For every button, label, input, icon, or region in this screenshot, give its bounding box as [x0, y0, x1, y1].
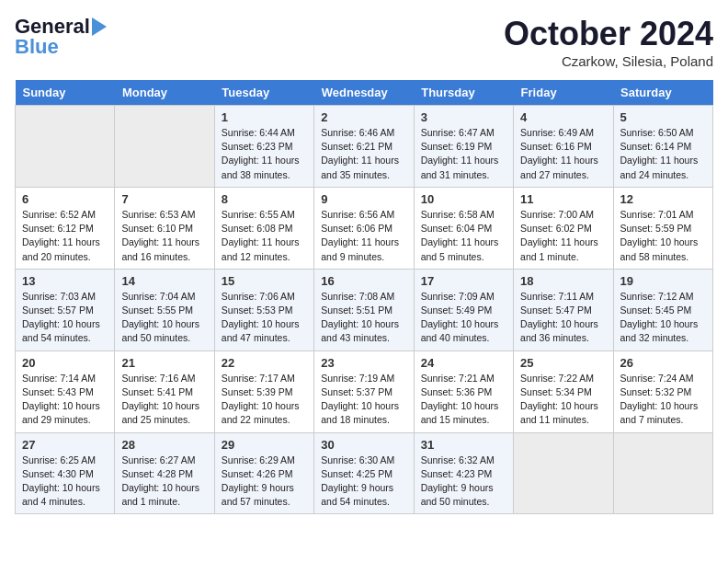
- calendar-cell: 5Sunrise: 6:50 AM Sunset: 6:14 PM Daylig…: [613, 106, 712, 188]
- day-info: Sunrise: 6:30 AM Sunset: 4:25 PM Dayligh…: [321, 454, 406, 510]
- calendar-cell: 11Sunrise: 7:00 AM Sunset: 6:02 PM Dayli…: [514, 187, 613, 269]
- day-number: 21: [121, 356, 207, 370]
- calendar-cell: 24Sunrise: 7:21 AM Sunset: 5:36 PM Dayli…: [414, 350, 513, 432]
- calendar-cell: [115, 106, 214, 188]
- calendar-cell: 20Sunrise: 7:14 AM Sunset: 5:43 PM Dayli…: [16, 350, 115, 432]
- day-number: 4: [520, 110, 606, 124]
- day-number: 3: [421, 110, 506, 124]
- day-number: 18: [520, 274, 606, 288]
- day-info: Sunrise: 7:21 AM Sunset: 5:36 PM Dayligh…: [421, 372, 506, 428]
- day-info: Sunrise: 6:49 AM Sunset: 6:16 PM Dayligh…: [520, 126, 606, 182]
- day-info: Sunrise: 6:55 AM Sunset: 6:08 PM Dayligh…: [222, 208, 307, 264]
- day-number: 19: [620, 274, 706, 288]
- day-number: 9: [321, 192, 406, 206]
- weekday-header-sunday: Sunday: [16, 80, 115, 106]
- calendar-cell: 18Sunrise: 7:11 AM Sunset: 5:47 PM Dayli…: [514, 269, 613, 350]
- day-number: 17: [421, 274, 506, 288]
- calendar-cell: 17Sunrise: 7:09 AM Sunset: 5:49 PM Dayli…: [414, 269, 513, 350]
- day-number: 15: [222, 274, 307, 288]
- day-info: Sunrise: 6:50 AM Sunset: 6:14 PM Dayligh…: [620, 126, 706, 182]
- weekday-header-wednesday: Wednesday: [314, 80, 414, 106]
- day-number: 20: [22, 356, 108, 370]
- month-title: October 2024: [504, 15, 713, 53]
- day-info: Sunrise: 6:53 AM Sunset: 6:10 PM Dayligh…: [121, 208, 207, 264]
- day-info: Sunrise: 6:27 AM Sunset: 4:28 PM Dayligh…: [121, 454, 207, 510]
- day-info: Sunrise: 7:01 AM Sunset: 5:59 PM Dayligh…: [620, 208, 706, 264]
- day-number: 25: [520, 356, 606, 370]
- day-info: Sunrise: 6:47 AM Sunset: 6:19 PM Dayligh…: [421, 126, 506, 182]
- calendar-cell: [514, 432, 613, 514]
- day-info: Sunrise: 7:17 AM Sunset: 5:39 PM Dayligh…: [222, 372, 307, 428]
- day-info: Sunrise: 7:24 AM Sunset: 5:32 PM Dayligh…: [620, 372, 706, 428]
- weekday-header-monday: Monday: [115, 80, 214, 106]
- location: Czarkow, Silesia, Poland: [504, 53, 713, 69]
- calendar-cell: 23Sunrise: 7:19 AM Sunset: 5:37 PM Dayli…: [314, 350, 414, 432]
- calendar-cell: 14Sunrise: 7:04 AM Sunset: 5:55 PM Dayli…: [115, 269, 214, 350]
- calendar-cell: 22Sunrise: 7:17 AM Sunset: 5:39 PM Dayli…: [214, 350, 313, 432]
- calendar-cell: [16, 106, 115, 188]
- calendar-cell: 13Sunrise: 7:03 AM Sunset: 5:57 PM Dayli…: [16, 269, 115, 350]
- calendar-cell: 1Sunrise: 6:44 AM Sunset: 6:23 PM Daylig…: [214, 106, 313, 188]
- weekday-header-thursday: Thursday: [414, 80, 513, 106]
- day-info: Sunrise: 7:04 AM Sunset: 5:55 PM Dayligh…: [121, 290, 207, 346]
- calendar-cell: [613, 432, 712, 514]
- day-info: Sunrise: 6:56 AM Sunset: 6:06 PM Dayligh…: [321, 208, 406, 264]
- day-info: Sunrise: 7:06 AM Sunset: 5:53 PM Dayligh…: [222, 290, 307, 346]
- day-info: Sunrise: 7:03 AM Sunset: 5:57 PM Dayligh…: [22, 290, 108, 346]
- weekday-header-tuesday: Tuesday: [214, 80, 313, 106]
- day-number: 29: [222, 438, 307, 452]
- day-info: Sunrise: 6:29 AM Sunset: 4:26 PM Dayligh…: [222, 454, 307, 510]
- calendar-cell: 12Sunrise: 7:01 AM Sunset: 5:59 PM Dayli…: [613, 187, 712, 269]
- weekday-header-friday: Friday: [514, 80, 613, 106]
- calendar-cell: 15Sunrise: 7:06 AM Sunset: 5:53 PM Dayli…: [214, 269, 313, 350]
- calendar-cell: 16Sunrise: 7:08 AM Sunset: 5:51 PM Dayli…: [314, 269, 414, 350]
- calendar-cell: 4Sunrise: 6:49 AM Sunset: 6:16 PM Daylig…: [514, 106, 613, 188]
- day-info: Sunrise: 7:12 AM Sunset: 5:45 PM Dayligh…: [620, 290, 706, 346]
- day-number: 13: [22, 274, 108, 288]
- calendar-cell: 7Sunrise: 6:53 AM Sunset: 6:10 PM Daylig…: [115, 187, 214, 269]
- calendar-table: SundayMondayTuesdayWednesdayThursdayFrid…: [15, 80, 713, 514]
- day-number: 7: [121, 192, 207, 206]
- day-info: Sunrise: 6:32 AM Sunset: 4:23 PM Dayligh…: [421, 454, 506, 510]
- day-number: 26: [620, 356, 706, 370]
- day-info: Sunrise: 6:44 AM Sunset: 6:23 PM Dayligh…: [222, 126, 307, 182]
- logo: General Blue: [15, 15, 107, 59]
- calendar-cell: 6Sunrise: 6:52 AM Sunset: 6:12 PM Daylig…: [16, 187, 115, 269]
- calendar-week-row: 27Sunrise: 6:25 AM Sunset: 4:30 PM Dayli…: [16, 432, 713, 514]
- title-block: October 2024 Czarkow, Silesia, Poland: [504, 15, 713, 69]
- day-info: Sunrise: 7:08 AM Sunset: 5:51 PM Dayligh…: [321, 290, 406, 346]
- logo-arrow-icon: [92, 17, 107, 36]
- day-number: 11: [520, 192, 606, 206]
- day-number: 1: [222, 110, 307, 124]
- calendar-cell: 26Sunrise: 7:24 AM Sunset: 5:32 PM Dayli…: [613, 350, 712, 432]
- day-number: 28: [121, 438, 207, 452]
- calendar-cell: 29Sunrise: 6:29 AM Sunset: 4:26 PM Dayli…: [214, 432, 313, 514]
- day-info: Sunrise: 7:11 AM Sunset: 5:47 PM Dayligh…: [520, 290, 606, 346]
- day-info: Sunrise: 7:22 AM Sunset: 5:34 PM Dayligh…: [520, 372, 606, 428]
- day-info: Sunrise: 6:52 AM Sunset: 6:12 PM Dayligh…: [22, 208, 108, 264]
- day-number: 31: [421, 438, 506, 452]
- calendar-cell: 28Sunrise: 6:27 AM Sunset: 4:28 PM Dayli…: [115, 432, 214, 514]
- day-number: 30: [321, 438, 406, 452]
- calendar-week-row: 13Sunrise: 7:03 AM Sunset: 5:57 PM Dayli…: [16, 269, 713, 350]
- day-number: 5: [620, 110, 706, 124]
- calendar-cell: 25Sunrise: 7:22 AM Sunset: 5:34 PM Dayli…: [514, 350, 613, 432]
- calendar-cell: 8Sunrise: 6:55 AM Sunset: 6:08 PM Daylig…: [214, 187, 313, 269]
- day-number: 6: [22, 192, 108, 206]
- page-header: General Blue October 2024 Czarkow, Siles…: [15, 15, 713, 69]
- day-info: Sunrise: 6:58 AM Sunset: 6:04 PM Dayligh…: [421, 208, 506, 264]
- day-number: 23: [321, 356, 406, 370]
- calendar-cell: 19Sunrise: 7:12 AM Sunset: 5:45 PM Dayli…: [613, 269, 712, 350]
- calendar-cell: 30Sunrise: 6:30 AM Sunset: 4:25 PM Dayli…: [314, 432, 414, 514]
- day-number: 2: [321, 110, 406, 124]
- day-number: 14: [121, 274, 207, 288]
- day-number: 16: [321, 274, 406, 288]
- calendar-cell: 10Sunrise: 6:58 AM Sunset: 6:04 PM Dayli…: [414, 187, 513, 269]
- day-info: Sunrise: 6:46 AM Sunset: 6:21 PM Dayligh…: [321, 126, 406, 182]
- day-number: 27: [22, 438, 108, 452]
- day-number: 22: [222, 356, 307, 370]
- calendar-week-row: 1Sunrise: 6:44 AM Sunset: 6:23 PM Daylig…: [16, 106, 713, 188]
- calendar-cell: 21Sunrise: 7:16 AM Sunset: 5:41 PM Dayli…: [115, 350, 214, 432]
- calendar-cell: 3Sunrise: 6:47 AM Sunset: 6:19 PM Daylig…: [414, 106, 513, 188]
- calendar-cell: 27Sunrise: 6:25 AM Sunset: 4:30 PM Dayli…: [16, 432, 115, 514]
